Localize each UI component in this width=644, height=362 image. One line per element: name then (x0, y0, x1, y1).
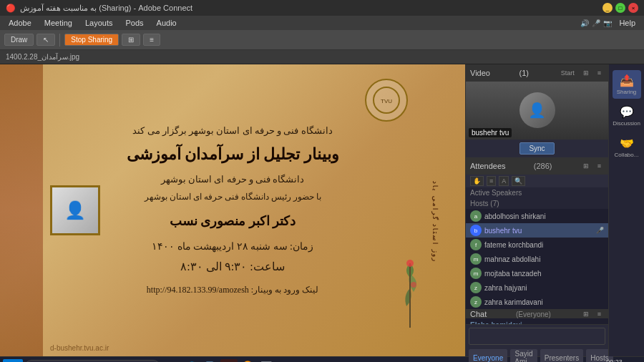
chat-panel: Chat (Everyone) ⊞ ≡ Elahe hamidavi △ Ali… (466, 310, 608, 356)
slide-text-line4: با حضور رئیس دانشگاه فنی حرفه ای استان ب… (127, 190, 339, 204)
host-item-5[interactable]: m mojtaba tanzadeh (466, 266, 608, 280)
chat-title: Chat (470, 310, 487, 318)
chat-input-field[interactable] (469, 328, 605, 345)
chat-expand-icon[interactable]: ⊞ (580, 310, 592, 318)
toolbar: Draw ↖ Stop Sharing ⊞ ≡ (0, 30, 644, 50)
video-count: (1) (519, 69, 529, 77)
chat-tab-everyone[interactable]: Everyone (469, 349, 507, 362)
stop-sharing-button[interactable]: Stop Sharing (64, 34, 119, 46)
discussion-icon[interactable]: 💬 Discussion (613, 102, 641, 130)
taskbar-icon-powerpoint[interactable]: 🟠 (239, 359, 256, 363)
app-icon: 🔴 (6, 4, 16, 13)
chat-panel-header: Chat (Everyone) ⊞ ≡ (466, 310, 608, 318)
slide-text-line1: دانشگاه فنی و حرفه ای استان بوشهر برگزار… (127, 124, 339, 139)
main-area: 👤 TVU روز (0, 64, 644, 356)
file-bar: سرآمدان_1400.2.28.jpg (0, 50, 644, 64)
time-display: 09:23 (604, 358, 624, 362)
host-name-6: zahra hajyani (484, 284, 604, 292)
minimize-button[interactable]: _ (602, 3, 613, 13)
taskbar-search[interactable]: 🔍 search (24, 360, 160, 363)
presentation-area: 👤 TVU روز (0, 64, 465, 356)
svg-text:TVU: TVU (381, 98, 392, 104)
title-bar: 🔴 به مناسبت هفته آموزش (Sharing) - Adobe… (0, 0, 644, 16)
video-start-button[interactable]: Start (558, 69, 577, 77)
taskbar-icon-blue[interactable]: ● (276, 359, 293, 363)
slide-main-text: دانشگاه فنی و حرفه ای استان بوشهر برگزار… (77, 124, 389, 297)
svg-point-4 (411, 282, 416, 288)
chat-tab-presenters[interactable]: Presenters (540, 349, 583, 362)
slide-text-line2: وبینار تجلیل از سرآمدان آموزشی (127, 142, 339, 167)
video-header-buttons: Start ⊞ ≡ (558, 69, 604, 77)
active-speakers-label: Active Speakers (466, 187, 608, 198)
draw-button[interactable]: Draw (4, 34, 34, 46)
attendees-count: (286) (534, 162, 552, 170)
chat-scope: (Everyone) (516, 310, 551, 318)
attendees-font-btn[interactable]: A (499, 176, 509, 186)
host-avatar-3: f (470, 239, 482, 250)
slide-link: لینک ورود به وبینار: http://94.182.133.9… (127, 283, 339, 297)
host-item-2[interactable]: b bushehr tvu 🎤 (466, 223, 608, 238)
mic-active-icon: 🎤 (596, 227, 604, 234)
svg-point-3 (406, 260, 414, 267)
close-button[interactable]: × (628, 3, 638, 13)
maximize-button[interactable]: □ (615, 3, 625, 13)
chat-messages: Elahe hamidavi △ Alidehyar ☺ Reza Raisi … (466, 318, 608, 324)
host-avatar-4: m (470, 253, 482, 265)
host-avatar-2: b (470, 225, 482, 236)
slide-logo: TVU (365, 79, 408, 122)
taskbar-icon-browser[interactable]: 🌐 (183, 359, 200, 363)
toolbar-separator (59, 34, 60, 47)
attendees-filter-btn[interactable]: ≡ (487, 176, 496, 186)
menu-audio[interactable]: Audio (151, 18, 182, 28)
filename-label: سرآمدان_1400.2.28.jpg (6, 53, 79, 61)
slide-speaker-name: دکتر اکبر منصوری نسب (127, 211, 339, 232)
attendees-raise-hand-btn[interactable]: ✋ (470, 176, 484, 186)
slide-decoration-left (0, 64, 43, 356)
attendees-search-btn[interactable]: 🔍 (512, 176, 525, 186)
slide-time2: ساعت: ۹:۳۰ الی ۸:۳۰ (127, 258, 339, 276)
video-expand-icon[interactable]: ⊞ (580, 69, 592, 77)
menu-help[interactable]: Help (613, 18, 641, 28)
far-right-panel: 📤 Sharing 💬 Discussion 🤝 Collabo... (608, 64, 644, 356)
host-name-3: fateme korchbandi (484, 241, 604, 249)
attendees-expand-icon[interactable]: ⊞ (580, 162, 592, 170)
cursor-button[interactable]: ↖ (36, 34, 55, 46)
video-avatar: 👤 (519, 92, 555, 128)
attendees-menu-icon[interactable]: ≡ (595, 162, 604, 170)
window-title: به مناسبت هفته آموزش (Sharing) - Adobe C… (20, 4, 192, 13)
host-item-7[interactable]: z zahra karimdavani (466, 295, 608, 309)
host-item-6[interactable]: z zahra hajyani (466, 280, 608, 295)
chat-menu-icon[interactable]: ≡ (595, 310, 604, 318)
menu-meeting[interactable]: Meeting (39, 18, 78, 28)
menu-bar: Adobe Meeting Layouts Pods Audio 🔊 🎤 📷 H… (0, 16, 644, 30)
host-item-4[interactable]: m mahnaz abdollahi (466, 252, 608, 266)
host-name-2: bushehr tvu (484, 227, 593, 235)
taskbar-icon-pdf[interactable]: 📄 (202, 359, 219, 363)
chat-tab-said-ami[interactable]: Sayid Ami... (510, 349, 537, 362)
attendees-title: Attendees (470, 162, 506, 170)
menu-adobe[interactable]: Adobe (3, 18, 37, 28)
start-button[interactable]: ⊞ (3, 359, 23, 363)
menu-layouts[interactable]: Layouts (79, 18, 119, 28)
attendees-panel: Attendees (286) ⊞ ≡ ✋ ≡ A 🔍 Active Speak… (466, 157, 608, 310)
slide-day-badge: روز استاد گرامی باد (431, 181, 464, 263)
window-controls: _ □ × (602, 3, 638, 13)
taskbar-icon-file-explorer[interactable]: 📁 (165, 359, 182, 363)
sync-button[interactable]: Sync (519, 142, 554, 155)
system-tray: 🔊 📶 09:23 b.u ۱۴... ENG (582, 358, 641, 362)
collaboration-icon[interactable]: 🤝 Collabo... (613, 133, 641, 162)
slide-watermark: d-bushehr.tvu.ac.ir (50, 344, 109, 352)
sharing-icon[interactable]: 📤 Sharing (613, 70, 641, 99)
hosts-label: Hosts (7) (466, 198, 608, 209)
taskbar-icon-chart[interactable]: 📊 (258, 359, 275, 363)
host-name-5: mojtaba tanzadeh (484, 270, 604, 278)
more-button[interactable]: ≡ (143, 34, 160, 46)
host-item-1[interactable]: a abdolhosin shirkani (466, 209, 608, 223)
menu-pods[interactable]: Pods (119, 18, 149, 28)
layout-button[interactable]: ⊞ (122, 34, 140, 46)
taskbar-icon-red[interactable]: ● (220, 359, 238, 363)
video-menu-icon[interactable]: ≡ (595, 69, 604, 77)
slide-time1: زمان: سه شنبه ۲۸ اردیبهشت ماه ۱۴۰۰ (127, 239, 339, 255)
host-name-1: abdolhosin shirkani (484, 212, 604, 220)
host-item-3[interactable]: f fateme korchbandi (466, 238, 608, 252)
